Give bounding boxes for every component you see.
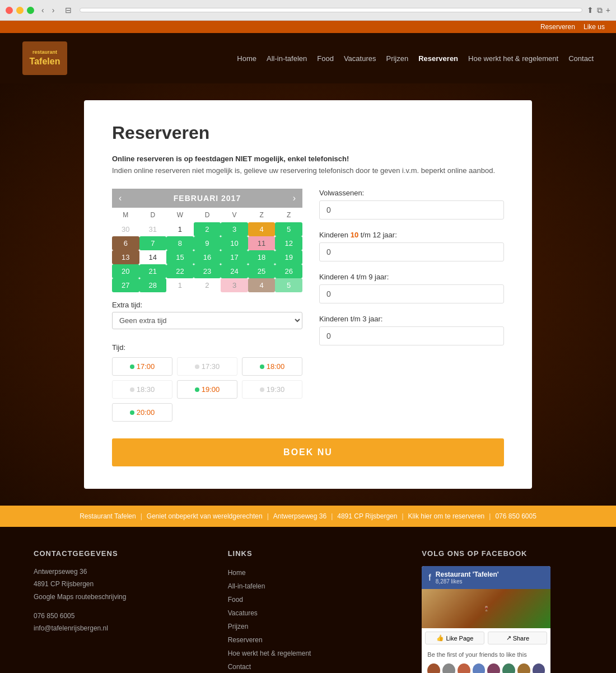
calendar-day[interactable]: 8 xyxy=(166,236,194,250)
calendar-day[interactable]: 18 xyxy=(248,250,276,264)
fb-avatar xyxy=(533,663,545,673)
nav-all-in-tafelen[interactable]: All-in-tafelen xyxy=(267,54,307,63)
topbar-reserveren-link[interactable]: Reserveren xyxy=(540,23,575,31)
nav-contact[interactable]: Contact xyxy=(568,54,594,63)
nav-vacatures[interactable]: Vacatures xyxy=(344,54,376,63)
tijd-slot-1700[interactable]: 17:00 xyxy=(112,357,172,376)
calendar-day[interactable]: 27 xyxy=(112,278,139,292)
calendar-day[interactable]: 10 xyxy=(221,236,248,250)
fb-share-button[interactable]: ↗ Share xyxy=(488,632,547,644)
logo[interactable]: restaurantTafelen xyxy=(22,41,67,75)
tijd-dot xyxy=(195,387,199,392)
boek-nu-button[interactable]: BOEK NU xyxy=(112,438,504,466)
calendar-day[interactable]: 25 xyxy=(248,264,276,278)
tijd-slot-1930[interactable]: 19:30 xyxy=(242,380,302,399)
calendar-day[interactable]: 16 xyxy=(194,250,221,264)
nav-prijzen[interactable]: Prijzen xyxy=(386,54,408,63)
calendar-week-5: 27 28 1 2 3 4 5 xyxy=(112,278,302,292)
calendar-prev-button[interactable]: ‹ xyxy=(119,193,122,203)
maximize-button[interactable] xyxy=(27,7,34,14)
footer-links-col: LINKS Home All-in-tafelen Food Vacatures… xyxy=(228,549,389,673)
close-button[interactable] xyxy=(6,7,13,14)
top-bar: Reserveren Like us xyxy=(0,21,616,33)
extra-tijd-select[interactable]: Geen extra tijd 30 minuten 1 uur xyxy=(112,312,302,329)
banner-sep: | xyxy=(402,512,403,520)
calendar-day[interactable]: 2 xyxy=(194,222,221,236)
footer-link-prijzen[interactable]: Prijzen xyxy=(228,620,389,633)
alert-text: Indien online reserveren niet mogelijk i… xyxy=(112,166,504,175)
volwassenen-input[interactable] xyxy=(319,200,504,219)
minimize-button[interactable] xyxy=(16,7,24,14)
sidebar-button[interactable]: ⊟ xyxy=(62,4,75,16)
tijd-slot-1900[interactable]: 19:00 xyxy=(177,380,237,399)
calendar-day[interactable]: 17 xyxy=(221,250,248,264)
footer: CONTACTGEGEVENS Antwerpseweg 36 4891 CP … xyxy=(0,527,616,673)
share-button[interactable]: ⬆ xyxy=(587,6,594,15)
calendar-day[interactable]: 3 xyxy=(221,278,248,292)
kinderen-3-input[interactable] xyxy=(319,326,504,345)
tijd-slot-1800[interactable]: 18:00 xyxy=(242,357,302,376)
kinderen-9-input[interactable] xyxy=(319,284,504,303)
calendar-day[interactable]: 11 xyxy=(248,236,276,250)
nav-hoe-werkt[interactable]: Hoe werkt het & regelement xyxy=(468,54,558,63)
forward-button[interactable]: › xyxy=(49,4,58,16)
back-button[interactable]: ‹ xyxy=(39,4,47,16)
footer-google-maps-link[interactable]: Google Maps routebeschrijving xyxy=(34,590,194,604)
calendar-day[interactable]: 28 xyxy=(139,278,167,292)
banner-reserveer-link[interactable]: Klik hier om te reserveren xyxy=(408,512,485,520)
calendar-day[interactable]: 30 xyxy=(112,222,139,236)
footer-link-hoe-werkt[interactable]: Hoe werkt het & regelement xyxy=(228,647,389,660)
calendar-day[interactable]: 20 xyxy=(112,264,139,278)
calendar-day[interactable]: 26 xyxy=(275,264,302,278)
nav-home[interactable]: Home xyxy=(237,54,256,63)
nav-reserveren[interactable]: Reserveren xyxy=(418,54,458,63)
calendar-day[interactable]: 1 xyxy=(166,278,194,292)
fb-like-button[interactable]: 👍 Like Page xyxy=(425,632,484,644)
calendar-week-3: 13 14 15 16 17 18 19 xyxy=(112,250,302,264)
calendar-day[interactable]: 5 xyxy=(275,222,302,236)
fb-share-label: Share xyxy=(513,635,529,642)
calendar-day[interactable]: 19 xyxy=(275,250,302,264)
calendar-day[interactable]: 15 xyxy=(166,250,194,264)
calendar-day[interactable]: 21 xyxy=(139,264,167,278)
banner-restaurant: Restaurant Tafelen xyxy=(80,512,136,520)
calendar-next-button[interactable]: › xyxy=(293,193,296,203)
calendar-day[interactable]: 2 xyxy=(194,278,221,292)
calendar-day[interactable]: 23 xyxy=(194,264,221,278)
calendar-day[interactable]: 22 xyxy=(166,264,194,278)
calendar-day[interactable]: 6 xyxy=(112,236,139,250)
new-tab-button[interactable]: + xyxy=(606,6,610,15)
fb-header: f Restaurant 'Tafelen' 8,287 likes xyxy=(422,566,550,589)
reservation-layout: ‹ FEBRUARI 2017 › M D W D V Z Z xyxy=(112,189,504,422)
topbar-like-link[interactable]: Like us xyxy=(584,23,605,31)
calendar-day[interactable]: 1 xyxy=(166,222,194,236)
fb-avatar xyxy=(487,663,500,673)
calendar-day[interactable]: 4 xyxy=(248,278,276,292)
calendar-day[interactable]: 14 xyxy=(139,250,167,264)
tijd-slot-1830[interactable]: 18:30 xyxy=(112,380,172,399)
calendar-day[interactable]: 24 xyxy=(221,264,248,278)
tab-button[interactable]: ⧉ xyxy=(597,6,603,15)
calendar-day[interactable]: 7 xyxy=(139,236,167,250)
kinderen-12-input[interactable] xyxy=(319,242,504,261)
calendar-day[interactable]: 9 xyxy=(194,236,221,250)
footer-link-contact[interactable]: Contact xyxy=(228,660,389,673)
nav-food[interactable]: Food xyxy=(317,54,334,63)
calendar-day[interactable]: 31 xyxy=(139,222,167,236)
calendar-day[interactable]: 5 xyxy=(275,278,302,292)
traffic-lights xyxy=(6,7,34,14)
address-bar[interactable] xyxy=(80,8,582,12)
calendar-day[interactable]: 3 xyxy=(221,222,248,236)
calendar-day[interactable]: 12 xyxy=(275,236,302,250)
footer-link-reserveren[interactable]: Reserveren xyxy=(228,633,389,647)
footer-link-home[interactable]: Home xyxy=(228,566,389,579)
footer-link-all-in-tafelen[interactable]: All-in-tafelen xyxy=(228,579,389,593)
calendar-day[interactable]: 13 xyxy=(112,250,139,264)
footer-link-food[interactable]: Food xyxy=(228,593,389,606)
tijd-slot-1730[interactable]: 17:30 xyxy=(177,357,237,376)
tijd-slot-2000[interactable]: 20:00 xyxy=(112,403,172,422)
footer-link-vacatures[interactable]: Vacatures xyxy=(228,606,389,620)
fb-actions: 👍 Like Page ↗ Share xyxy=(422,628,550,648)
calendar-day[interactable]: 4 xyxy=(248,222,276,236)
calendar-month: FEBRUARI 2017 xyxy=(174,194,241,203)
